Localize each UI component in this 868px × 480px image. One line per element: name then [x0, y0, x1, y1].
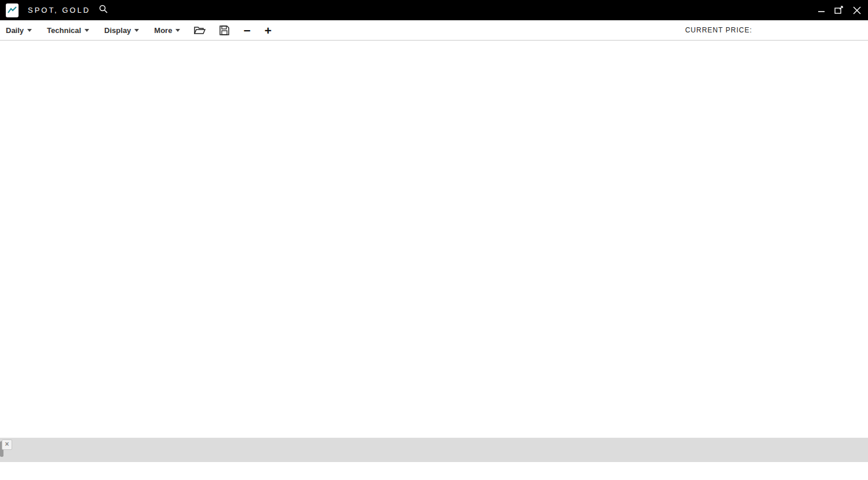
- save-icon[interactable]: [219, 25, 229, 35]
- menu-daily[interactable]: Daily: [6, 26, 32, 35]
- navigator-plot: [0, 437, 868, 480]
- close-button[interactable]: [853, 6, 861, 14]
- zoom-out-button[interactable]: −: [243, 24, 250, 36]
- chevron-down-icon: [134, 29, 139, 32]
- bid-price-badge: ▼ 2364.18: [761, 24, 810, 36]
- chevron-down-icon: [27, 29, 32, 32]
- menu-display[interactable]: Display: [104, 26, 139, 35]
- toolbar: Daily Technical Display More − + CURRENT…: [0, 20, 868, 41]
- arrow-down-icon: ▼: [763, 25, 768, 31]
- navigator-close-button[interactable]: ×: [2, 439, 12, 450]
- chevron-down-icon: [85, 29, 89, 32]
- arrow-up-icon: ▲: [856, 25, 861, 31]
- title-bar: SPOT, GOLD: [0, 0, 868, 20]
- search-icon[interactable]: [98, 4, 108, 16]
- zoom-in-button[interactable]: +: [265, 24, 272, 36]
- popout-window-button[interactable]: [834, 6, 844, 14]
- minimize-button[interactable]: [818, 6, 825, 14]
- ask-price-badge: 2364.78 ▲: [814, 24, 862, 36]
- app-logo-icon: [6, 3, 19, 17]
- symbol-title: SPOT, GOLD: [28, 6, 90, 14]
- menu-more[interactable]: More: [154, 26, 180, 35]
- current-price-label: CURRENT PRICE:: [685, 26, 752, 34]
- open-folder-icon[interactable]: [194, 25, 206, 35]
- menu-technical[interactable]: Technical: [47, 26, 89, 35]
- chart-window: { "window": { "titlebar": { "symbol": "S…: [0, 0, 868, 480]
- price-chart-plot[interactable]: [0, 41, 868, 437]
- chevron-down-icon: [175, 29, 180, 32]
